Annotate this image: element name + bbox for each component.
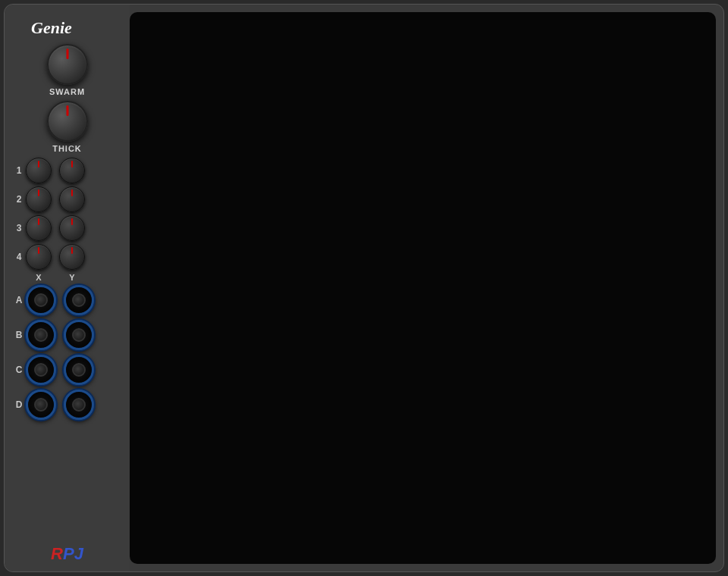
logo-j: J (74, 544, 83, 563)
swarm-knob[interactable] (47, 44, 88, 85)
jack-b-2[interactable] (64, 320, 94, 350)
jack-d-2[interactable] (64, 390, 94, 420)
logo-r: R (51, 544, 63, 563)
thick-knob[interactable] (47, 101, 88, 142)
row1-knob2[interactable] (59, 158, 85, 183)
jack-row-b: B (5, 320, 130, 350)
xy-labels-row: X Y (5, 273, 130, 282)
row3-knob1[interactable] (26, 215, 52, 241)
swarm-label: SWARM (49, 87, 85, 96)
right-display (130, 12, 716, 564)
knob-row-2: 2 (5, 186, 130, 212)
jack-row-a: A (5, 285, 130, 315)
row-label-2: 2 (12, 194, 26, 205)
knob-row-1: 1 (5, 158, 130, 183)
row-label-4: 4 (12, 252, 26, 262)
jack-d-1[interactable] (26, 390, 56, 420)
jack-row-label-b: B (12, 330, 26, 340)
x-label: X (26, 273, 52, 282)
main-container: + + Genie SWARM THICK 1 2 (4, 4, 724, 572)
jack-b-1[interactable] (26, 320, 56, 350)
brand-title: Genie (5, 18, 72, 38)
jack-a-1[interactable] (26, 285, 56, 315)
knob-row-3: 3 (5, 215, 130, 241)
bottom-logo: RPJ (51, 544, 83, 564)
row4-knob1[interactable] (26, 244, 52, 270)
jack-row-label-a: A (12, 295, 26, 305)
row4-knob2[interactable] (59, 244, 85, 270)
jack-a-2[interactable] (64, 285, 94, 315)
left-panel: Genie SWARM THICK 1 2 3 (5, 5, 130, 571)
jack-c-2[interactable] (64, 355, 94, 385)
knob-row-4: 4 (5, 244, 130, 270)
jack-row-label-c: C (12, 365, 26, 375)
row1-knob1[interactable] (26, 158, 52, 183)
y-label: Y (59, 273, 85, 282)
jack-row-d: D (5, 390, 130, 420)
jack-row-label-d: D (12, 399, 26, 410)
row2-knob1[interactable] (26, 186, 52, 212)
logo-p: P (63, 544, 74, 563)
row-label-3: 3 (12, 223, 26, 233)
row2-knob2[interactable] (59, 186, 85, 212)
thick-knob-section: THICK (47, 101, 88, 153)
jack-row-c: C (5, 355, 130, 385)
row3-knob2[interactable] (59, 215, 85, 241)
thick-label: THICK (52, 144, 82, 153)
jack-c-1[interactable] (26, 355, 56, 385)
row-label-1: 1 (12, 165, 26, 176)
swarm-knob-section: SWARM (47, 44, 88, 96)
